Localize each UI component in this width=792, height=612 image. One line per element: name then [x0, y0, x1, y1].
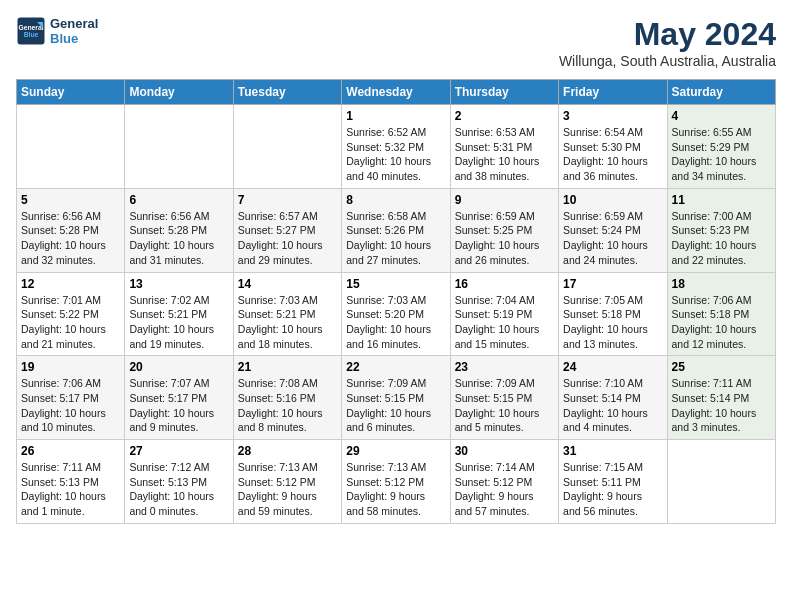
day-info: Sunrise: 7:07 AM Sunset: 5:17 PM Dayligh…	[129, 376, 228, 435]
day-number: 13	[129, 277, 228, 291]
day-info: Sunrise: 7:11 AM Sunset: 5:14 PM Dayligh…	[672, 376, 771, 435]
calendar-cell: 8Sunrise: 6:58 AM Sunset: 5:26 PM Daylig…	[342, 188, 450, 272]
day-number: 10	[563, 193, 662, 207]
day-number: 18	[672, 277, 771, 291]
day-number: 5	[21, 193, 120, 207]
day-number: 14	[238, 277, 337, 291]
day-info: Sunrise: 7:03 AM Sunset: 5:21 PM Dayligh…	[238, 293, 337, 352]
calendar-body: 1Sunrise: 6:52 AM Sunset: 5:32 PM Daylig…	[17, 105, 776, 524]
calendar-cell: 31Sunrise: 7:15 AM Sunset: 5:11 PM Dayli…	[559, 440, 667, 524]
day-info: Sunrise: 6:53 AM Sunset: 5:31 PM Dayligh…	[455, 125, 554, 184]
calendar-cell	[667, 440, 775, 524]
day-info: Sunrise: 7:13 AM Sunset: 5:12 PM Dayligh…	[346, 460, 445, 519]
calendar-week-3: 12Sunrise: 7:01 AM Sunset: 5:22 PM Dayli…	[17, 272, 776, 356]
calendar-cell: 13Sunrise: 7:02 AM Sunset: 5:21 PM Dayli…	[125, 272, 233, 356]
calendar-cell: 22Sunrise: 7:09 AM Sunset: 5:15 PM Dayli…	[342, 356, 450, 440]
day-number: 20	[129, 360, 228, 374]
logo-text-blue: Blue	[50, 31, 98, 46]
calendar-cell: 18Sunrise: 7:06 AM Sunset: 5:18 PM Dayli…	[667, 272, 775, 356]
day-info: Sunrise: 6:58 AM Sunset: 5:26 PM Dayligh…	[346, 209, 445, 268]
day-number: 22	[346, 360, 445, 374]
calendar-cell: 14Sunrise: 7:03 AM Sunset: 5:21 PM Dayli…	[233, 272, 341, 356]
calendar-cell: 12Sunrise: 7:01 AM Sunset: 5:22 PM Dayli…	[17, 272, 125, 356]
day-header-saturday: Saturday	[667, 80, 775, 105]
calendar-cell: 25Sunrise: 7:11 AM Sunset: 5:14 PM Dayli…	[667, 356, 775, 440]
day-number: 30	[455, 444, 554, 458]
logo: General Blue General Blue	[16, 16, 98, 46]
calendar-cell: 27Sunrise: 7:12 AM Sunset: 5:13 PM Dayli…	[125, 440, 233, 524]
calendar-cell	[233, 105, 341, 189]
month-title: May 2024	[559, 16, 776, 53]
calendar-cell: 1Sunrise: 6:52 AM Sunset: 5:32 PM Daylig…	[342, 105, 450, 189]
day-info: Sunrise: 7:06 AM Sunset: 5:18 PM Dayligh…	[672, 293, 771, 352]
day-number: 24	[563, 360, 662, 374]
calendar-cell: 24Sunrise: 7:10 AM Sunset: 5:14 PM Dayli…	[559, 356, 667, 440]
day-number: 8	[346, 193, 445, 207]
day-info: Sunrise: 7:01 AM Sunset: 5:22 PM Dayligh…	[21, 293, 120, 352]
location: Willunga, South Australia, Australia	[559, 53, 776, 69]
calendar-cell: 20Sunrise: 7:07 AM Sunset: 5:17 PM Dayli…	[125, 356, 233, 440]
day-info: Sunrise: 7:04 AM Sunset: 5:19 PM Dayligh…	[455, 293, 554, 352]
day-number: 29	[346, 444, 445, 458]
day-info: Sunrise: 7:00 AM Sunset: 5:23 PM Dayligh…	[672, 209, 771, 268]
day-info: Sunrise: 6:54 AM Sunset: 5:30 PM Dayligh…	[563, 125, 662, 184]
calendar-cell: 28Sunrise: 7:13 AM Sunset: 5:12 PM Dayli…	[233, 440, 341, 524]
calendar-cell: 5Sunrise: 6:56 AM Sunset: 5:28 PM Daylig…	[17, 188, 125, 272]
calendar-week-4: 19Sunrise: 7:06 AM Sunset: 5:17 PM Dayli…	[17, 356, 776, 440]
day-number: 6	[129, 193, 228, 207]
calendar-cell: 21Sunrise: 7:08 AM Sunset: 5:16 PM Dayli…	[233, 356, 341, 440]
calendar-header-row: SundayMondayTuesdayWednesdayThursdayFrid…	[17, 80, 776, 105]
title-block: May 2024 Willunga, South Australia, Aust…	[559, 16, 776, 69]
svg-text:Blue: Blue	[24, 31, 39, 38]
day-info: Sunrise: 7:05 AM Sunset: 5:18 PM Dayligh…	[563, 293, 662, 352]
page-header: General Blue General Blue May 2024 Willu…	[16, 16, 776, 69]
day-info: Sunrise: 6:52 AM Sunset: 5:32 PM Dayligh…	[346, 125, 445, 184]
calendar-cell: 29Sunrise: 7:13 AM Sunset: 5:12 PM Dayli…	[342, 440, 450, 524]
day-number: 21	[238, 360, 337, 374]
day-info: Sunrise: 7:03 AM Sunset: 5:20 PM Dayligh…	[346, 293, 445, 352]
calendar-cell: 7Sunrise: 6:57 AM Sunset: 5:27 PM Daylig…	[233, 188, 341, 272]
day-info: Sunrise: 6:55 AM Sunset: 5:29 PM Dayligh…	[672, 125, 771, 184]
day-number: 4	[672, 109, 771, 123]
day-header-sunday: Sunday	[17, 80, 125, 105]
logo-icon: General Blue	[16, 16, 46, 46]
day-number: 1	[346, 109, 445, 123]
calendar-cell	[17, 105, 125, 189]
day-number: 31	[563, 444, 662, 458]
day-number: 11	[672, 193, 771, 207]
calendar-cell: 4Sunrise: 6:55 AM Sunset: 5:29 PM Daylig…	[667, 105, 775, 189]
day-number: 2	[455, 109, 554, 123]
day-info: Sunrise: 6:56 AM Sunset: 5:28 PM Dayligh…	[21, 209, 120, 268]
calendar-cell: 10Sunrise: 6:59 AM Sunset: 5:24 PM Dayli…	[559, 188, 667, 272]
day-number: 19	[21, 360, 120, 374]
calendar-cell: 23Sunrise: 7:09 AM Sunset: 5:15 PM Dayli…	[450, 356, 558, 440]
day-number: 15	[346, 277, 445, 291]
calendar-cell: 17Sunrise: 7:05 AM Sunset: 5:18 PM Dayli…	[559, 272, 667, 356]
calendar-cell: 2Sunrise: 6:53 AM Sunset: 5:31 PM Daylig…	[450, 105, 558, 189]
day-header-monday: Monday	[125, 80, 233, 105]
day-info: Sunrise: 6:56 AM Sunset: 5:28 PM Dayligh…	[129, 209, 228, 268]
calendar-cell: 9Sunrise: 6:59 AM Sunset: 5:25 PM Daylig…	[450, 188, 558, 272]
calendar-cell: 30Sunrise: 7:14 AM Sunset: 5:12 PM Dayli…	[450, 440, 558, 524]
day-info: Sunrise: 7:10 AM Sunset: 5:14 PM Dayligh…	[563, 376, 662, 435]
calendar-cell: 3Sunrise: 6:54 AM Sunset: 5:30 PM Daylig…	[559, 105, 667, 189]
day-info: Sunrise: 7:15 AM Sunset: 5:11 PM Dayligh…	[563, 460, 662, 519]
logo-text: General	[50, 16, 98, 31]
day-number: 7	[238, 193, 337, 207]
day-number: 16	[455, 277, 554, 291]
calendar-cell: 11Sunrise: 7:00 AM Sunset: 5:23 PM Dayli…	[667, 188, 775, 272]
day-info: Sunrise: 7:13 AM Sunset: 5:12 PM Dayligh…	[238, 460, 337, 519]
day-header-wednesday: Wednesday	[342, 80, 450, 105]
day-info: Sunrise: 7:11 AM Sunset: 5:13 PM Dayligh…	[21, 460, 120, 519]
day-info: Sunrise: 7:08 AM Sunset: 5:16 PM Dayligh…	[238, 376, 337, 435]
day-info: Sunrise: 6:57 AM Sunset: 5:27 PM Dayligh…	[238, 209, 337, 268]
day-info: Sunrise: 7:09 AM Sunset: 5:15 PM Dayligh…	[346, 376, 445, 435]
day-info: Sunrise: 6:59 AM Sunset: 5:25 PM Dayligh…	[455, 209, 554, 268]
calendar-cell: 16Sunrise: 7:04 AM Sunset: 5:19 PM Dayli…	[450, 272, 558, 356]
calendar-week-5: 26Sunrise: 7:11 AM Sunset: 5:13 PM Dayli…	[17, 440, 776, 524]
day-info: Sunrise: 7:09 AM Sunset: 5:15 PM Dayligh…	[455, 376, 554, 435]
day-info: Sunrise: 7:02 AM Sunset: 5:21 PM Dayligh…	[129, 293, 228, 352]
day-number: 23	[455, 360, 554, 374]
calendar-week-2: 5Sunrise: 6:56 AM Sunset: 5:28 PM Daylig…	[17, 188, 776, 272]
day-number: 27	[129, 444, 228, 458]
